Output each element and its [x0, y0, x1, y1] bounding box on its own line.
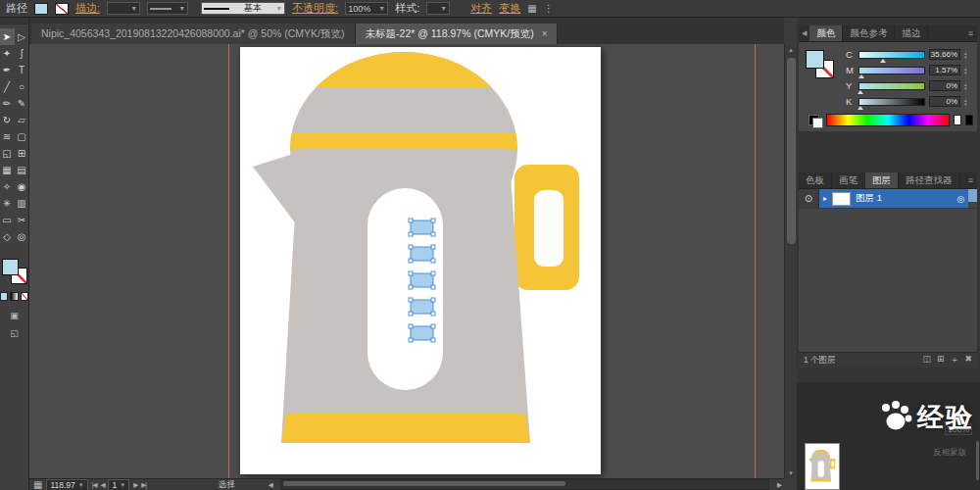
channel-slider[interactable]	[858, 51, 925, 59]
tab-pathfinder[interactable]: 路径查找器	[899, 172, 960, 188]
type-tool[interactable]: T	[15, 62, 29, 78]
slice-tool[interactable]: ✂	[15, 212, 29, 228]
tab-color[interactable]: 颜色	[809, 25, 843, 41]
lasso-tool[interactable]: ʃ	[15, 45, 29, 62]
screen-mode-icon[interactable]: ◱	[10, 328, 19, 338]
layer-row[interactable]: ⊙ ▸ 图层 1 ◎	[799, 189, 977, 209]
symbol-sprayer-tool[interactable]: ✳	[0, 195, 15, 212]
color-mode-button[interactable]	[0, 292, 8, 301]
opacity-dropdown[interactable]: 100%▼	[345, 2, 388, 15]
guide-line-left[interactable]	[228, 44, 229, 478]
tab-stroke[interactable]: 描边	[895, 25, 928, 41]
tab-color-guide[interactable]: 颜色参考	[843, 25, 895, 41]
document-tab-2[interactable]: 未标题-22* @ 118.97% (CMYK/预览)×	[356, 24, 559, 44]
delete-layer-icon[interactable]: ✖	[964, 354, 972, 367]
slider-handle[interactable]	[858, 74, 864, 78]
perspective-grid-tool[interactable]: ⊞	[15, 145, 29, 162]
slider-handle[interactable]	[858, 90, 863, 94]
ellipse-tool[interactable]: ○	[15, 78, 29, 95]
transform-link[interactable]: 变换	[499, 1, 520, 16]
selection-tool[interactable]: ➤	[0, 28, 15, 45]
shape-builder-tool[interactable]: ◱	[0, 145, 15, 162]
white-swatch[interactable]	[954, 115, 961, 125]
horizontal-scrollbar[interactable]	[280, 479, 769, 490]
zoom-level-dropdown[interactable]: 118.97▼	[46, 479, 87, 490]
line-segment-tool[interactable]: ╱	[0, 78, 15, 95]
dock-scrollbar[interactable]	[976, 441, 979, 480]
tab-swatches[interactable]: 色板	[799, 172, 832, 188]
stroke-color-swatch[interactable]	[55, 3, 69, 15]
collapse-panel-icon[interactable]: ◀	[799, 29, 809, 37]
horizontal-scroll-thumb[interactable]	[283, 481, 565, 486]
make-clipping-mask-icon[interactable]: ◫	[922, 354, 931, 367]
value-spinner[interactable]: ▴▾	[964, 82, 967, 90]
guide-line-right[interactable]	[755, 44, 756, 478]
brush-definition-dropdown[interactable]: 基本▼	[201, 2, 285, 15]
stroke-link[interactable]: 描边:	[75, 1, 100, 16]
black-swatch[interactable]	[965, 115, 973, 125]
selected-layer[interactable]: ▸ 图层 1 ◎	[819, 189, 968, 208]
rotate-tool[interactable]: ↻	[0, 112, 15, 128]
none-mode-button[interactable]	[21, 292, 28, 301]
new-sublayer-icon[interactable]: ⊞	[937, 354, 945, 367]
close-tab-icon[interactable]: ×	[542, 28, 548, 39]
artboard-tool[interactable]: ▭	[0, 212, 15, 228]
vertical-scrollbar[interactable]: ▲ ▼	[784, 44, 797, 478]
fill-color-swatch[interactable]	[34, 3, 48, 15]
value-spinner[interactable]: ▴▾	[964, 51, 967, 59]
pencil-tool[interactable]: ✎	[15, 95, 29, 112]
target-circle-icon[interactable]: ◎	[956, 194, 964, 204]
channel-value-field[interactable]: 1.57%	[929, 65, 960, 75]
scale-tool[interactable]: ▱	[15, 112, 29, 128]
channel-slider[interactable]	[858, 98, 925, 106]
channel-value-field[interactable]: 0%	[929, 80, 960, 91]
eyedropper-tool[interactable]: ✧	[0, 178, 15, 195]
fill-proxy-swatch[interactable]	[2, 259, 19, 275]
last-artboard-icon[interactable]: ▶|	[141, 481, 146, 489]
hscroll-left-icon[interactable]: ◀	[269, 481, 272, 489]
drawing-mode-icon[interactable]: ▣	[10, 311, 19, 320]
canvas[interactable]	[29, 44, 784, 478]
tab-brushes[interactable]: 画笔	[832, 172, 865, 188]
scroll-down-icon[interactable]: ▼	[785, 467, 797, 478]
magic-wand-tool[interactable]: ✦	[0, 45, 15, 62]
expand-triangle-icon[interactable]: ▸	[823, 194, 827, 203]
panel-menu-icon[interactable]: ≡	[968, 28, 973, 38]
next-artboard-icon[interactable]: ▶	[133, 481, 137, 489]
column-graph-tool[interactable]: ▥	[15, 195, 29, 212]
pen-tool[interactable]: ✒	[0, 62, 15, 78]
gradient-tool[interactable]: ▤	[15, 162, 29, 178]
slider-handle[interactable]	[880, 59, 886, 63]
visibility-eye-icon[interactable]: ⊙	[799, 189, 819, 208]
panel-grid-icon[interactable]: ▦	[527, 3, 536, 14]
blend-tool[interactable]: ◉	[15, 178, 29, 195]
status-grid-icon[interactable]: ▦	[33, 479, 42, 490]
direct-selection-tool[interactable]: ▷	[15, 28, 29, 45]
style-dropdown[interactable]: ▼	[426, 2, 450, 15]
new-layer-icon[interactable]: ＋	[950, 354, 958, 367]
channel-slider[interactable]	[858, 82, 925, 90]
width-tool[interactable]: ≋	[0, 128, 15, 145]
tab-layers[interactable]: 图层	[865, 172, 899, 188]
fill-proxy-swatch[interactable]	[806, 50, 824, 69]
channel-value-field[interactable]: 0%	[929, 96, 960, 107]
channel-slider[interactable]	[858, 67, 925, 74]
toolbar-grip[interactable]	[0, 18, 28, 24]
kettle-illustration[interactable]	[240, 47, 601, 474]
value-spinner[interactable]: ▴▾	[964, 67, 967, 74]
vertical-scroll-thumb[interactable]	[787, 58, 796, 244]
prev-artboard-icon[interactable]: ◀	[100, 481, 104, 489]
width-profile-dropdown[interactable]: ▼	[147, 2, 188, 15]
stroke-weight-dropdown[interactable]: ▼	[107, 2, 140, 15]
document-tab-1[interactable]: Nipic_4056343_20190813220426088000.ai* @…	[31, 24, 356, 44]
color-fill-stroke-proxy[interactable]	[806, 50, 835, 79]
paintbrush-tool[interactable]: ✏	[0, 95, 15, 112]
align-link[interactable]: 对齐	[470, 1, 492, 16]
fill-stroke-proxy[interactable]	[2, 259, 27, 286]
channel-value-field[interactable]: 35.66%	[929, 49, 960, 60]
invert-mask-label[interactable]: 反相蒙版	[933, 447, 966, 459]
black-white-swatches[interactable]	[808, 115, 822, 126]
zoom-tool[interactable]: ◎	[15, 228, 29, 245]
artboard[interactable]	[240, 47, 601, 474]
mesh-tool[interactable]: ▦	[0, 162, 15, 178]
